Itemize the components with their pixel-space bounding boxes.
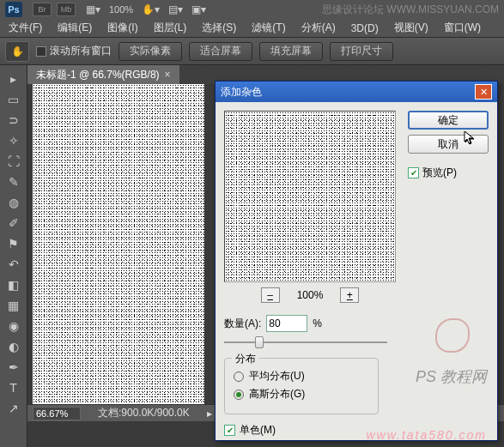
menu-file[interactable]: 文件(F) — [9, 21, 42, 35]
scroll-all-label: 滚动所有窗口 — [50, 44, 112, 58]
doc-info-label: 文档: — [98, 407, 121, 419]
menu-3d[interactable]: 3D(D) — [351, 22, 379, 34]
cancel-button[interactable]: 取消 — [408, 135, 489, 154]
print-size-button[interactable]: 打印尺寸 — [330, 42, 393, 61]
slider-track — [224, 341, 387, 343]
magic-wand-tool[interactable]: ✧ — [3, 131, 25, 150]
amount-unit: % — [313, 317, 322, 329]
marquee-tool[interactable]: ▭ — [3, 90, 25, 109]
dodge-tool[interactable]: ◐ — [3, 337, 25, 356]
watermark-brand: PS 教程网 — [416, 366, 487, 387]
crop-tool[interactable]: ⛶ — [3, 152, 25, 171]
zoom-level[interactable]: 100% — [109, 4, 133, 15]
view-extras-icon[interactable]: ▦▾ — [86, 3, 100, 15]
brush-tool[interactable]: ✐ — [3, 214, 25, 233]
history-brush-tool[interactable]: ↶ — [3, 255, 25, 274]
uniform-radio[interactable]: 平均分布(U) — [234, 369, 369, 384]
checkbox-icon — [36, 46, 46, 57]
ps-logo: Ps — [5, 2, 22, 17]
fit-screen-button[interactable]: 适合屏幕 — [189, 42, 252, 61]
site-url: WWW.MISSYUAN.COM — [386, 3, 499, 15]
preview-checkbox[interactable]: ✔ 预览(P) — [408, 166, 489, 180]
amount-slider[interactable] — [224, 335, 387, 349]
actual-pixels-button[interactable]: 实际像素 — [118, 42, 182, 61]
add-noise-dialog: 添加杂色 ✕ – 100% + 确定 取消 ✔ 预览(P) 数量(A): % — [215, 81, 498, 441]
radio-icon — [234, 371, 244, 382]
site-label: 思缘设计论坛 — [322, 3, 384, 15]
menu-analysis[interactable]: 分析(A) — [301, 21, 336, 35]
distribution-legend: 分布 — [232, 352, 259, 366]
canvas[interactable] — [33, 84, 204, 404]
type-tool[interactable]: T — [3, 378, 25, 397]
mini-bridge-button[interactable]: Mb — [57, 3, 76, 16]
healing-tool[interactable]: ◍ — [3, 193, 25, 212]
blur-tool[interactable]: ◉ — [3, 317, 25, 335]
screen-mode-icon[interactable]: ▣▾ — [191, 3, 206, 15]
hand-tool-icon[interactable]: ✋▾ — [142, 3, 160, 15]
dialog-titlebar[interactable]: 添加杂色 ✕ — [216, 82, 497, 102]
amount-input[interactable] — [266, 315, 307, 332]
options-bar: ✋ 滚动所有窗口 实际像素 适合屏幕 填充屏幕 打印尺寸 — [0, 38, 504, 65]
menu-select[interactable]: 选择(S) — [202, 21, 236, 35]
gaussian-radio[interactable]: 高斯分布(G) — [234, 387, 369, 402]
canvas-content — [33, 84, 204, 404]
dialog-title: 添加杂色 — [221, 85, 262, 100]
watermark-seal — [435, 318, 470, 353]
pen-tool[interactable]: ✒ — [3, 358, 25, 377]
monochrome-label: 单色(M) — [240, 423, 276, 438]
hand-tool-indicator[interactable]: ✋ — [5, 41, 29, 62]
zoom-in-button[interactable]: + — [340, 287, 359, 303]
move-tool[interactable]: ▸ — [3, 69, 25, 88]
menu-view[interactable]: 视图(V) — [394, 21, 428, 35]
checkbox-checked-icon: ✔ — [408, 167, 419, 178]
fill-screen-button[interactable]: 填充屏幕 — [259, 42, 323, 61]
slider-thumb[interactable] — [255, 336, 264, 348]
menu-window[interactable]: 窗口(W) — [444, 21, 481, 35]
path-tool[interactable]: ↗ — [3, 399, 25, 418]
bridge-button[interactable]: Br — [33, 3, 52, 16]
checkbox-checked-icon: ✔ — [224, 425, 235, 436]
gaussian-label: 高斯分布(G) — [249, 387, 305, 402]
close-icon[interactable]: × — [165, 69, 171, 81]
dialog-close-button[interactable]: ✕ — [475, 84, 492, 100]
app-topbar: Ps Br Mb ▦▾ 100% ✋▾ ▤▾ ▣▾ 思缘设计论坛 WWW.MIS… — [0, 0, 504, 19]
doc-info: 900.0K/900.0K — [121, 407, 189, 419]
arrange-docs-icon[interactable]: ▤▾ — [168, 3, 183, 15]
toolbox: ▸ ▭ ⊃ ✧ ⛶ ✎ ◍ ✐ ⚑ ↶ ◧ ▦ ◉ ◐ ✒ T ↗ — [0, 65, 27, 447]
ok-button[interactable]: 确定 — [408, 111, 489, 130]
zoom-input[interactable] — [33, 407, 81, 420]
zoom-out-button[interactable]: – — [261, 287, 280, 303]
tab-title: 未标题-1 @ 66.7%(RGB/8) — [36, 68, 160, 82]
distribution-group: 分布 平均分布(U) 高斯分布(G) — [224, 358, 379, 414]
preview-content — [225, 112, 395, 281]
document-tab[interactable]: 未标题-1 @ 66.7%(RGB/8) × — [27, 65, 179, 84]
preview-zoom-percent: 100% — [297, 289, 324, 301]
watermark-url: www.tata580.com — [367, 428, 488, 442]
radio-selected-icon — [234, 390, 244, 400]
preview-box[interactable] — [224, 111, 396, 282]
scroll-all-windows-checkbox[interactable]: 滚动所有窗口 — [36, 44, 112, 58]
menu-image[interactable]: 图像(I) — [107, 21, 137, 35]
status-menu-icon[interactable]: ▸ — [207, 408, 212, 420]
lasso-tool[interactable]: ⊃ — [3, 111, 25, 130]
stamp-tool[interactable]: ⚑ — [3, 234, 25, 253]
menu-edit[interactable]: 编辑(E) — [58, 21, 92, 35]
menu-filter[interactable]: 滤镜(T) — [252, 21, 285, 35]
menubar: 文件(F) 编辑(E) 图像(I) 图层(L) 选择(S) 滤镜(T) 分析(A… — [0, 19, 504, 38]
eraser-tool[interactable]: ◧ — [3, 275, 25, 294]
uniform-label: 平均分布(U) — [249, 369, 305, 384]
preview-label: 预览(P) — [422, 166, 457, 180]
eyedropper-tool[interactable]: ✎ — [3, 172, 25, 191]
menu-layer[interactable]: 图层(L) — [154, 21, 187, 35]
gradient-tool[interactable]: ▦ — [3, 296, 25, 315]
amount-label: 数量(A): — [224, 317, 261, 331]
